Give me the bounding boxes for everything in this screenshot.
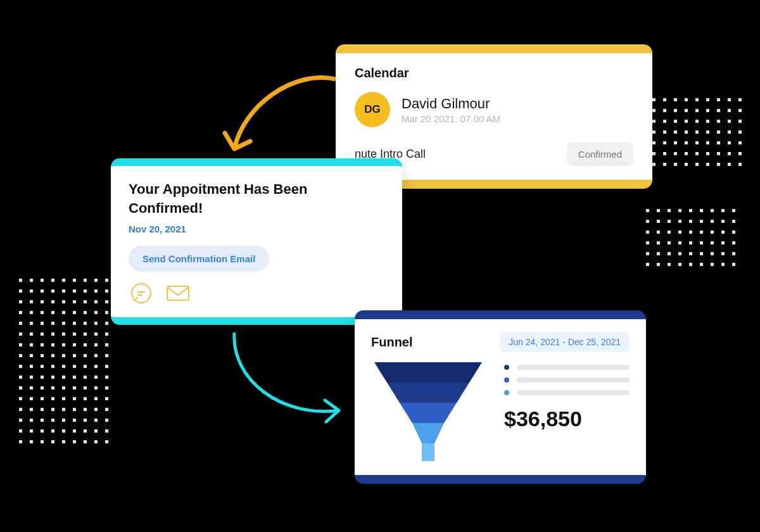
avatar: DG <box>355 92 390 127</box>
legend-row <box>504 390 630 395</box>
legend-dot <box>504 377 509 383</box>
appointment-date: Nov 20, 2021 <box>129 224 384 234</box>
svg-point-0 <box>132 284 151 303</box>
send-confirmation-button[interactable]: Send Confirmation Email <box>129 246 269 272</box>
calendar-contact-row: DG David Gilmour Mar 20 2021. 07.00 AM <box>355 92 633 127</box>
svg-marker-5 <box>387 383 469 403</box>
svg-marker-7 <box>412 423 444 443</box>
legend-row <box>504 365 630 370</box>
appointment-card: Your Appoitment Has Been Confirmed! Nov … <box>111 158 402 325</box>
legend-row <box>504 377 630 383</box>
svg-rect-8 <box>422 443 434 461</box>
chat-icon[interactable] <box>129 281 154 306</box>
contact-name: David Gilmour <box>402 96 500 112</box>
dot-grid-decoration <box>646 209 735 266</box>
appointment-heading: Your Appoitment Has Been Confirmed! <box>129 180 384 217</box>
arrow-appointment-to-funnel <box>225 329 358 433</box>
funnel-chart-icon <box>371 362 485 464</box>
legend-bar <box>517 390 630 395</box>
legend-dot <box>504 390 509 395</box>
email-icon[interactable] <box>165 281 191 306</box>
dot-grid-decoration <box>652 98 742 166</box>
status-badge: Confirmed <box>567 142 633 166</box>
legend-bar <box>517 377 630 383</box>
svg-marker-6 <box>400 403 457 423</box>
dot-grid-decoration <box>19 279 108 443</box>
funnel-title: Funnel <box>371 335 413 350</box>
contact-datetime: Mar 20 2021. 07.00 AM <box>402 113 500 124</box>
legend-dot <box>504 365 509 370</box>
calendar-title: Calendar <box>355 66 633 80</box>
legend-bar <box>517 365 630 370</box>
funnel-card: Funnel Jun 24, 2021 - Dec 25, 2021 $3 <box>355 310 646 484</box>
svg-marker-4 <box>374 362 482 383</box>
funnel-amount: $36,850 <box>504 407 630 431</box>
arrow-calendar-to-appointment <box>218 73 345 170</box>
svg-rect-3 <box>167 286 189 300</box>
date-range-picker[interactable]: Jun 24, 2021 - Dec 25, 2021 <box>500 332 630 352</box>
